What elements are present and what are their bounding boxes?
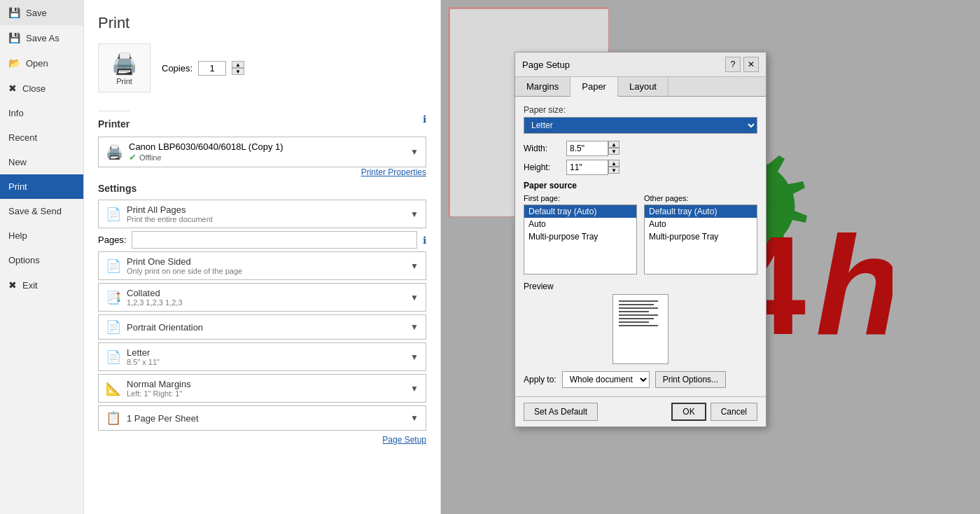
first-page-col: First page: Default tray (Auto) Auto Mul…	[524, 194, 637, 275]
sidebar-item-close[interactable]: ✖ Close	[0, 76, 83, 101]
orientation-dropdown-icon: ▼	[410, 322, 419, 332]
orientation-selector[interactable]: 📄 Portrait Orientation ▼	[98, 314, 426, 340]
dialog-titlebar: Page Setup ? ✕	[515, 53, 766, 77]
source-item-multi-first[interactable]: Multi-purpose Tray	[524, 230, 636, 243]
sided-icon: 📄	[106, 258, 121, 274]
width-label: Width:	[524, 144, 562, 153]
print-button[interactable]: 🖨️ Print	[98, 43, 150, 92]
tab-paper[interactable]: Paper	[570, 77, 618, 97]
printer-name: Canon LBP6030/6040/6018L (Copy 1)	[129, 141, 284, 152]
preview-line-2	[619, 304, 654, 305]
printer-info-icon[interactable]: ℹ	[423, 113, 426, 125]
sidebar-item-recent[interactable]: Recent	[0, 125, 83, 150]
preview-mini	[612, 294, 668, 364]
print-sided-selector[interactable]: 📄 Print One Sided Only print on one side…	[98, 251, 426, 280]
print-button-label: Print	[116, 77, 132, 85]
apply-label: Apply to:	[524, 375, 556, 384]
paper-size-icon: 📄	[106, 349, 121, 365]
width-down-button[interactable]: ▼	[608, 148, 620, 155]
tab-margins[interactable]: Margins	[515, 77, 570, 96]
paper-size-selector[interactable]: 📄 Letter 8.5" x 11" ▼	[98, 342, 426, 371]
height-spinner: ▲ ▼	[608, 160, 620, 175]
height-up-button[interactable]: ▲	[608, 160, 620, 167]
sidebar-item-open[interactable]: 📂 Open	[0, 50, 83, 76]
sided-dropdown-icon: ▼	[410, 261, 419, 271]
apply-row: Apply to: Whole document Print Options..…	[524, 371, 757, 388]
pages-input[interactable]	[132, 231, 417, 249]
pages-info-icon[interactable]: ℹ	[423, 235, 426, 246]
sidebar-item-info[interactable]: Info	[0, 101, 83, 125]
exit-icon: ✖	[8, 279, 17, 291]
print-header: 🖨️ Print Copies: ▲ ▼	[98, 43, 426, 92]
preview-section: Preview	[524, 282, 757, 364]
source-item-auto-first[interactable]: Auto	[524, 218, 636, 230]
close-icon: ✖	[8, 83, 17, 94]
width-spinner-group: ▲ ▼	[566, 141, 620, 156]
pages-per-sheet-dropdown-icon: ▼	[410, 413, 419, 423]
sidebar-item-label: New	[8, 157, 27, 167]
page-setup-link[interactable]: Page Setup	[98, 435, 426, 445]
print-panel: Print 🖨️ Print Copies: ▲ ▼ Printer ℹ 🖨️ …	[84, 0, 441, 514]
collated-selector[interactable]: 📑 Collated 1,2,3 1,2,3 1,2,3 ▼	[98, 283, 426, 312]
paper-size-select[interactable]: Letter	[524, 117, 757, 134]
apply-select[interactable]: Whole document	[562, 371, 650, 388]
first-page-list[interactable]: Default tray (Auto) Auto Multi-purpose T…	[524, 204, 637, 275]
width-input[interactable]	[566, 141, 608, 156]
dialog-title: Page Setup	[522, 60, 570, 70]
sidebar-item-print[interactable]: Print	[0, 174, 83, 199]
dialog-body: Paper size: Letter Width: ▲ ▼	[515, 97, 766, 396]
print-pages-selector[interactable]: 📄 Print All Pages Print the entire docum…	[98, 200, 426, 228]
printer-selector[interactable]: 🖨️ Canon LBP6030/6040/6018L (Copy 1) ✔ O…	[98, 137, 426, 167]
preview-line-7	[619, 321, 649, 323]
dialog-close-button[interactable]: ✕	[743, 57, 759, 72]
sidebar-item-save-as[interactable]: 💾 Save As	[0, 25, 83, 50]
source-item-multi-other[interactable]: Multi-purpose Tray	[645, 230, 757, 243]
other-pages-label: Other pages:	[644, 194, 757, 202]
source-item-default-first[interactable]: Default tray (Auto)	[524, 205, 636, 218]
margins-selector[interactable]: 📐 Normal Margins Left: 1" Right: 1" ▼	[98, 374, 426, 403]
source-item-default-other[interactable]: Default tray (Auto)	[645, 205, 757, 218]
sidebar: 💾 Save 💾 Save As 📂 Open ✖ Close Info Rec…	[0, 0, 84, 514]
height-input[interactable]	[566, 160, 608, 175]
pages-per-sheet-icon: 📋	[106, 410, 121, 426]
set-default-button[interactable]: Set As Default	[524, 403, 598, 421]
margins-dropdown-icon: ▼	[410, 384, 419, 394]
ok-button[interactable]: OK	[671, 403, 706, 421]
sidebar-item-label: Save As	[26, 33, 59, 43]
preview-label: Preview	[524, 282, 757, 291]
pages-per-sheet-selector[interactable]: 📋 1 Page Per Sheet ▼	[98, 405, 426, 431]
sidebar-item-label: Exit	[22, 280, 38, 291]
paper-source-title: Paper source	[524, 181, 757, 190]
copies-input[interactable]	[198, 61, 226, 76]
print-options-button[interactable]: Print Options...	[655, 371, 726, 388]
sidebar-item-label: Save & Send	[8, 206, 62, 216]
other-pages-list[interactable]: Default tray (Auto) Auto Multi-purpose T…	[644, 204, 757, 275]
sidebar-item-exit[interactable]: ✖ Exit	[0, 272, 83, 298]
pages-label: Pages:	[98, 235, 126, 245]
tab-layout[interactable]: Layout	[618, 77, 668, 96]
cancel-button[interactable]: Cancel	[710, 403, 757, 421]
orientation-text: Portrait Orientation	[127, 322, 203, 333]
open-icon: 📂	[8, 57, 20, 69]
source-item-auto-other[interactable]: Auto	[645, 218, 757, 230]
paper-source-section: Paper source First page: Default tray (A…	[524, 181, 757, 275]
copies-down-button[interactable]: ▼	[232, 68, 244, 75]
margins-text: Normal Margins Left: 1" Right: 1"	[127, 379, 191, 398]
printer-properties-link[interactable]: Printer Properties	[98, 167, 426, 177]
sidebar-item-new[interactable]: New	[0, 150, 83, 174]
preview-area: 2 4 h Page Setup ? ✕ Margins Paper Layou…	[441, 0, 980, 514]
preview-line-4	[619, 311, 649, 312]
dialog-help-button[interactable]: ?	[725, 57, 741, 72]
sidebar-item-label: Save	[26, 8, 47, 18]
height-down-button[interactable]: ▼	[608, 167, 620, 174]
sidebar-item-options[interactable]: Options	[0, 248, 83, 272]
sidebar-item-save-send[interactable]: Save & Send	[0, 199, 83, 223]
sidebar-item-help[interactable]: Help	[0, 223, 83, 248]
paper-size-text: Letter 8.5" x 11"	[127, 347, 160, 366]
width-up-button[interactable]: ▲	[608, 141, 620, 148]
copies-up-button[interactable]: ▲	[232, 61, 244, 68]
other-pages-col: Other pages: Default tray (Auto) Auto Mu…	[644, 194, 757, 275]
sidebar-item-save[interactable]: 💾 Save	[0, 0, 83, 25]
printer-status: ✔ Offline	[129, 152, 284, 162]
status-check-icon: ✔	[129, 152, 136, 162]
